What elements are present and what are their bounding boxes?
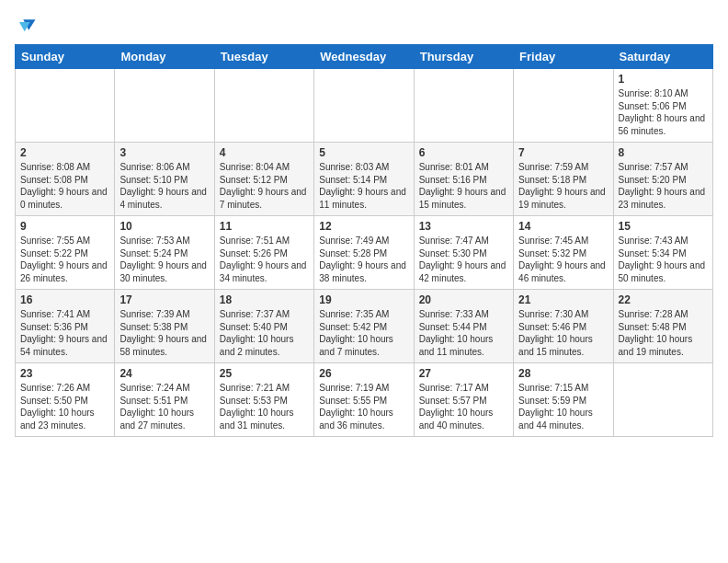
calendar-cell: 28Sunrise: 7:15 AM Sunset: 5:59 PM Dayli… bbox=[514, 363, 613, 437]
calendar-cell: 2Sunrise: 8:08 AM Sunset: 5:08 PM Daylig… bbox=[16, 143, 115, 216]
day-info: Sunrise: 7:37 AM Sunset: 5:40 PM Dayligh… bbox=[220, 308, 309, 358]
day-number: 13 bbox=[419, 220, 508, 233]
day-info: Sunrise: 7:55 AM Sunset: 5:22 PM Dayligh… bbox=[20, 235, 109, 284]
day-info: Sunrise: 7:43 AM Sunset: 5:34 PM Dayligh… bbox=[619, 235, 708, 284]
day-number: 4 bbox=[220, 146, 309, 159]
day-info: Sunrise: 7:47 AM Sunset: 5:30 PM Dayligh… bbox=[419, 235, 508, 284]
calendar-week-2: 2Sunrise: 8:08 AM Sunset: 5:08 PM Daylig… bbox=[16, 143, 713, 216]
calendar-header-saturday: Saturday bbox=[613, 45, 712, 69]
day-number: 16 bbox=[20, 293, 109, 306]
day-number: 11 bbox=[220, 220, 309, 233]
day-info: Sunrise: 7:19 AM Sunset: 5:55 PM Dayligh… bbox=[319, 382, 408, 431]
day-number: 6 bbox=[419, 146, 508, 159]
day-number: 1 bbox=[619, 73, 708, 86]
calendar-header-friday: Friday bbox=[514, 45, 613, 69]
calendar-cell: 13Sunrise: 7:47 AM Sunset: 5:30 PM Dayli… bbox=[414, 216, 513, 290]
calendar-cell bbox=[115, 69, 214, 143]
day-number: 15 bbox=[619, 220, 708, 233]
calendar-cell: 4Sunrise: 8:04 AM Sunset: 5:12 PM Daylig… bbox=[214, 143, 313, 216]
day-info: Sunrise: 7:39 AM Sunset: 5:38 PM Dayligh… bbox=[119, 308, 209, 358]
calendar-week-3: 9Sunrise: 7:55 AM Sunset: 5:22 PM Daylig… bbox=[16, 216, 713, 290]
calendar-cell: 11Sunrise: 7:51 AM Sunset: 5:26 PM Dayli… bbox=[214, 216, 313, 290]
calendar-header-wednesday: Wednesday bbox=[314, 45, 414, 69]
calendar-cell: 10Sunrise: 7:53 AM Sunset: 5:24 PM Dayli… bbox=[115, 216, 214, 290]
day-number: 26 bbox=[319, 367, 408, 380]
page-header bbox=[15, 15, 713, 35]
calendar-cell: 15Sunrise: 7:43 AM Sunset: 5:34 PM Dayli… bbox=[613, 216, 712, 290]
calendar-cell: 25Sunrise: 7:21 AM Sunset: 5:53 PM Dayli… bbox=[214, 363, 313, 437]
calendar-cell: 1Sunrise: 8:10 AM Sunset: 5:06 PM Daylig… bbox=[613, 69, 712, 143]
calendar-cell bbox=[16, 69, 115, 143]
day-number: 24 bbox=[119, 367, 209, 380]
calendar-cell: 7Sunrise: 7:59 AM Sunset: 5:18 PM Daylig… bbox=[514, 143, 613, 216]
day-info: Sunrise: 7:57 AM Sunset: 5:20 PM Dayligh… bbox=[619, 161, 708, 211]
calendar-week-1: 1Sunrise: 8:10 AM Sunset: 5:06 PM Daylig… bbox=[16, 69, 713, 143]
calendar-cell bbox=[214, 69, 313, 143]
day-number: 17 bbox=[119, 293, 209, 306]
calendar-cell: 22Sunrise: 7:28 AM Sunset: 5:48 PM Dayli… bbox=[613, 290, 712, 363]
logo-icon bbox=[17, 15, 37, 35]
day-info: Sunrise: 7:59 AM Sunset: 5:18 PM Dayligh… bbox=[518, 161, 608, 211]
day-number: 5 bbox=[319, 146, 408, 159]
calendar-cell: 24Sunrise: 7:24 AM Sunset: 5:51 PM Dayli… bbox=[115, 363, 214, 437]
calendar-header-thursday: Thursday bbox=[414, 45, 513, 69]
day-number: 2 bbox=[20, 146, 109, 159]
day-number: 20 bbox=[419, 293, 508, 306]
day-info: Sunrise: 8:04 AM Sunset: 5:12 PM Dayligh… bbox=[220, 161, 309, 211]
day-info: Sunrise: 7:30 AM Sunset: 5:46 PM Dayligh… bbox=[518, 308, 608, 358]
calendar-week-4: 16Sunrise: 7:41 AM Sunset: 5:36 PM Dayli… bbox=[16, 290, 713, 363]
day-number: 18 bbox=[220, 293, 309, 306]
calendar-cell: 16Sunrise: 7:41 AM Sunset: 5:36 PM Dayli… bbox=[16, 290, 115, 363]
calendar-cell: 9Sunrise: 7:55 AM Sunset: 5:22 PM Daylig… bbox=[16, 216, 115, 290]
calendar-cell: 14Sunrise: 7:45 AM Sunset: 5:32 PM Dayli… bbox=[514, 216, 613, 290]
calendar-cell bbox=[613, 363, 712, 437]
day-number: 21 bbox=[518, 293, 608, 306]
day-info: Sunrise: 8:08 AM Sunset: 5:08 PM Dayligh… bbox=[20, 161, 109, 211]
calendar-cell: 21Sunrise: 7:30 AM Sunset: 5:46 PM Dayli… bbox=[514, 290, 613, 363]
calendar-cell: 19Sunrise: 7:35 AM Sunset: 5:42 PM Dayli… bbox=[314, 290, 414, 363]
day-info: Sunrise: 8:03 AM Sunset: 5:14 PM Dayligh… bbox=[319, 161, 408, 211]
day-info: Sunrise: 7:26 AM Sunset: 5:50 PM Dayligh… bbox=[20, 382, 109, 431]
day-info: Sunrise: 7:28 AM Sunset: 5:48 PM Dayligh… bbox=[619, 308, 708, 358]
day-info: Sunrise: 7:17 AM Sunset: 5:57 PM Dayligh… bbox=[419, 382, 508, 431]
calendar-header-monday: Monday bbox=[115, 45, 214, 69]
day-info: Sunrise: 8:10 AM Sunset: 5:06 PM Dayligh… bbox=[619, 87, 708, 137]
day-info: Sunrise: 7:15 AM Sunset: 5:59 PM Dayligh… bbox=[518, 382, 608, 431]
calendar: SundayMondayTuesdayWednesdayThursdayFrid… bbox=[15, 44, 713, 437]
calendar-cell: 8Sunrise: 7:57 AM Sunset: 5:20 PM Daylig… bbox=[613, 143, 712, 216]
calendar-cell: 27Sunrise: 7:17 AM Sunset: 5:57 PM Dayli… bbox=[414, 363, 513, 437]
calendar-cell: 3Sunrise: 8:06 AM Sunset: 5:10 PM Daylig… bbox=[115, 143, 214, 216]
calendar-cell bbox=[414, 69, 513, 143]
day-info: Sunrise: 7:53 AM Sunset: 5:24 PM Dayligh… bbox=[119, 235, 209, 284]
day-number: 22 bbox=[619, 293, 708, 306]
day-info: Sunrise: 8:06 AM Sunset: 5:10 PM Dayligh… bbox=[119, 161, 209, 211]
calendar-cell: 23Sunrise: 7:26 AM Sunset: 5:50 PM Dayli… bbox=[16, 363, 115, 437]
day-info: Sunrise: 8:01 AM Sunset: 5:16 PM Dayligh… bbox=[419, 161, 508, 211]
calendar-cell: 5Sunrise: 8:03 AM Sunset: 5:14 PM Daylig… bbox=[314, 143, 414, 216]
day-info: Sunrise: 7:51 AM Sunset: 5:26 PM Dayligh… bbox=[220, 235, 309, 284]
day-info: Sunrise: 7:41 AM Sunset: 5:36 PM Dayligh… bbox=[20, 308, 109, 358]
calendar-cell: 20Sunrise: 7:33 AM Sunset: 5:44 PM Dayli… bbox=[414, 290, 513, 363]
day-number: 28 bbox=[518, 367, 608, 380]
calendar-header-sunday: Sunday bbox=[16, 45, 115, 69]
day-number: 8 bbox=[619, 146, 708, 159]
day-info: Sunrise: 7:35 AM Sunset: 5:42 PM Dayligh… bbox=[319, 308, 408, 358]
day-info: Sunrise: 7:45 AM Sunset: 5:32 PM Dayligh… bbox=[518, 235, 608, 284]
day-number: 27 bbox=[419, 367, 508, 380]
day-number: 12 bbox=[319, 220, 408, 233]
day-number: 9 bbox=[20, 220, 109, 233]
calendar-cell: 17Sunrise: 7:39 AM Sunset: 5:38 PM Dayli… bbox=[115, 290, 214, 363]
calendar-week-5: 23Sunrise: 7:26 AM Sunset: 5:50 PM Dayli… bbox=[16, 363, 713, 437]
calendar-cell: 26Sunrise: 7:19 AM Sunset: 5:55 PM Dayli… bbox=[314, 363, 414, 437]
day-info: Sunrise: 7:33 AM Sunset: 5:44 PM Dayligh… bbox=[419, 308, 508, 358]
logo bbox=[15, 15, 37, 35]
day-info: Sunrise: 7:21 AM Sunset: 5:53 PM Dayligh… bbox=[220, 382, 309, 431]
day-number: 25 bbox=[220, 367, 309, 380]
day-info: Sunrise: 7:49 AM Sunset: 5:28 PM Dayligh… bbox=[319, 235, 408, 284]
calendar-cell bbox=[314, 69, 414, 143]
calendar-header-row: SundayMondayTuesdayWednesdayThursdayFrid… bbox=[16, 45, 713, 69]
day-number: 14 bbox=[518, 220, 608, 233]
day-number: 10 bbox=[119, 220, 209, 233]
calendar-cell bbox=[514, 69, 613, 143]
day-number: 3 bbox=[119, 146, 209, 159]
